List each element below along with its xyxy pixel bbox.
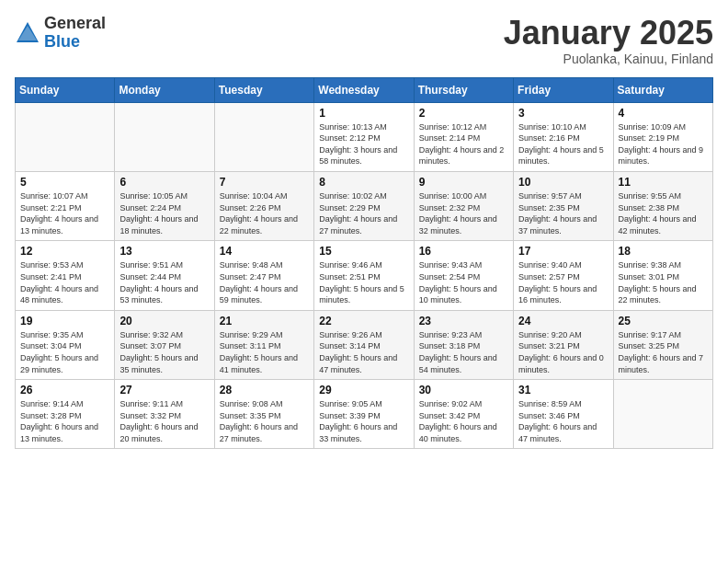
day-detail: Sunrise: 10:09 AM Sunset: 2:19 PM Daylig… [619, 121, 708, 167]
calendar-cell: 11Sunrise: 9:55 AM Sunset: 2:38 PM Dayli… [613, 171, 712, 240]
day-number: 26 [20, 384, 109, 396]
calendar-cell: 19Sunrise: 9:35 AM Sunset: 3:04 PM Dayli… [16, 310, 115, 379]
day-detail: Sunrise: 9:05 AM Sunset: 3:39 PM Dayligh… [319, 398, 408, 444]
calendar-cell: 22Sunrise: 9:26 AM Sunset: 3:14 PM Dayli… [314, 310, 414, 379]
day-number: 5 [20, 176, 109, 189]
day-detail: Sunrise: 9:48 AM Sunset: 2:47 PM Dayligh… [220, 259, 309, 305]
day-detail: Sunrise: 9:32 AM Sunset: 3:07 PM Dayligh… [119, 329, 209, 375]
day-detail: Sunrise: 10:00 AM Sunset: 2:32 PM Daylig… [419, 190, 508, 236]
logo-blue-text: Blue [44, 33, 106, 52]
calendar-cell: 2Sunrise: 10:12 AM Sunset: 2:14 PM Dayli… [414, 102, 513, 171]
day-number: 2 [419, 107, 508, 120]
day-detail: Sunrise: 9:20 AM Sunset: 3:21 PM Dayligh… [518, 329, 608, 375]
weekday-header-saturday: Saturday [613, 77, 712, 102]
weekday-header-wednesday: Wednesday [314, 77, 414, 102]
day-number: 10 [518, 176, 608, 189]
calendar-cell: 4Sunrise: 10:09 AM Sunset: 2:19 PM Dayli… [613, 102, 712, 171]
day-detail: Sunrise: 9:40 AM Sunset: 2:57 PM Dayligh… [518, 259, 608, 305]
calendar-cell: 14Sunrise: 9:48 AM Sunset: 2:47 PM Dayli… [214, 241, 313, 310]
day-detail: Sunrise: 9:23 AM Sunset: 3:18 PM Dayligh… [419, 329, 508, 375]
day-number: 8 [319, 176, 408, 189]
calendar-cell [16, 102, 115, 171]
day-number: 23 [419, 315, 508, 327]
day-detail: Sunrise: 9:08 AM Sunset: 3:35 PM Dayligh… [220, 398, 309, 444]
day-detail: Sunrise: 10:10 AM Sunset: 2:16 PM Daylig… [518, 121, 608, 167]
day-detail: Sunrise: 9:17 AM Sunset: 3:25 PM Dayligh… [619, 329, 708, 375]
day-number: 12 [20, 245, 109, 258]
day-number: 18 [619, 245, 708, 258]
day-number: 22 [319, 315, 408, 327]
calendar-cell: 16Sunrise: 9:43 AM Sunset: 2:54 PM Dayli… [414, 241, 513, 310]
day-detail: Sunrise: 8:59 AM Sunset: 3:46 PM Dayligh… [518, 398, 608, 444]
calendar-week-row: 12Sunrise: 9:53 AM Sunset: 2:41 PM Dayli… [16, 241, 713, 310]
logo-text: General Blue [44, 15, 106, 52]
day-number: 21 [220, 315, 309, 327]
calendar-cell: 23Sunrise: 9:23 AM Sunset: 3:18 PM Dayli… [414, 310, 513, 379]
day-detail: Sunrise: 10:12 AM Sunset: 2:14 PM Daylig… [419, 121, 508, 167]
day-number: 14 [220, 245, 309, 258]
calendar-cell: 25Sunrise: 9:17 AM Sunset: 3:25 PM Dayli… [613, 310, 712, 379]
day-number: 24 [518, 315, 608, 327]
calendar-cell: 13Sunrise: 9:51 AM Sunset: 2:44 PM Dayli… [115, 241, 214, 310]
day-number: 1 [319, 107, 408, 120]
day-detail: Sunrise: 9:46 AM Sunset: 2:51 PM Dayligh… [319, 259, 408, 305]
calendar-cell: 6Sunrise: 10:05 AM Sunset: 2:24 PM Dayli… [115, 171, 214, 240]
calendar-cell: 10Sunrise: 9:57 AM Sunset: 2:35 PM Dayli… [514, 171, 613, 240]
calendar-cell: 31Sunrise: 8:59 AM Sunset: 3:46 PM Dayli… [514, 380, 613, 449]
day-detail: Sunrise: 9:51 AM Sunset: 2:44 PM Dayligh… [119, 259, 209, 305]
day-detail: Sunrise: 9:38 AM Sunset: 3:01 PM Dayligh… [619, 259, 708, 305]
day-number: 3 [518, 107, 608, 120]
calendar-cell: 27Sunrise: 9:11 AM Sunset: 3:32 PM Dayli… [115, 380, 214, 449]
day-detail: Sunrise: 9:02 AM Sunset: 3:42 PM Dayligh… [419, 398, 508, 444]
weekday-header-tuesday: Tuesday [214, 77, 313, 102]
calendar-cell: 20Sunrise: 9:32 AM Sunset: 3:07 PM Dayli… [115, 310, 214, 379]
calendar-cell: 18Sunrise: 9:38 AM Sunset: 3:01 PM Dayli… [613, 241, 712, 310]
calendar-cell [613, 380, 712, 449]
calendar-cell: 3Sunrise: 10:10 AM Sunset: 2:16 PM Dayli… [514, 102, 613, 171]
day-number: 30 [419, 384, 508, 396]
day-detail: Sunrise: 10:07 AM Sunset: 2:21 PM Daylig… [20, 190, 109, 236]
weekday-header-monday: Monday [115, 77, 214, 102]
calendar-cell [115, 102, 214, 171]
calendar-cell: 5Sunrise: 10:07 AM Sunset: 2:21 PM Dayli… [16, 171, 115, 240]
day-detail: Sunrise: 10:04 AM Sunset: 2:26 PM Daylig… [220, 190, 309, 236]
calendar-cell: 26Sunrise: 9:14 AM Sunset: 3:28 PM Dayli… [16, 380, 115, 449]
day-number: 16 [419, 245, 508, 258]
day-detail: Sunrise: 9:14 AM Sunset: 3:28 PM Dayligh… [20, 398, 109, 444]
calendar-table: SundayMondayTuesdayWednesdayThursdayFrid… [15, 77, 713, 450]
day-number: 7 [220, 176, 309, 189]
day-number: 9 [419, 176, 508, 189]
calendar-cell: 1Sunrise: 10:13 AM Sunset: 2:12 PM Dayli… [314, 102, 414, 171]
day-number: 31 [518, 384, 608, 396]
day-number: 4 [619, 107, 708, 120]
calendar-cell: 8Sunrise: 10:02 AM Sunset: 2:29 PM Dayli… [314, 171, 414, 240]
day-number: 15 [319, 245, 408, 258]
day-detail: Sunrise: 10:13 AM Sunset: 2:12 PM Daylig… [319, 121, 408, 167]
day-number: 11 [619, 176, 708, 189]
day-detail: Sunrise: 9:11 AM Sunset: 3:32 PM Dayligh… [119, 398, 209, 444]
calendar-cell: 24Sunrise: 9:20 AM Sunset: 3:21 PM Dayli… [514, 310, 613, 379]
calendar-cell: 12Sunrise: 9:53 AM Sunset: 2:41 PM Dayli… [16, 241, 115, 310]
day-detail: Sunrise: 9:26 AM Sunset: 3:14 PM Dayligh… [319, 329, 408, 375]
calendar-cell: 28Sunrise: 9:08 AM Sunset: 3:35 PM Dayli… [214, 380, 313, 449]
calendar-week-row: 26Sunrise: 9:14 AM Sunset: 3:28 PM Dayli… [16, 380, 713, 449]
day-detail: Sunrise: 10:02 AM Sunset: 2:29 PM Daylig… [319, 190, 408, 236]
day-detail: Sunrise: 9:55 AM Sunset: 2:38 PM Dayligh… [619, 190, 708, 236]
logo: General Blue [15, 15, 106, 52]
calendar-cell: 7Sunrise: 10:04 AM Sunset: 2:26 PM Dayli… [214, 171, 313, 240]
day-detail: Sunrise: 9:29 AM Sunset: 3:11 PM Dayligh… [220, 329, 309, 375]
calendar-cell: 17Sunrise: 9:40 AM Sunset: 2:57 PM Dayli… [514, 241, 613, 310]
svg-marker-1 [18, 26, 37, 40]
day-number: 20 [119, 315, 209, 327]
page-header: General Blue January 2025 Puolanka, Kain… [15, 15, 713, 66]
day-number: 28 [220, 384, 309, 396]
calendar-cell: 29Sunrise: 9:05 AM Sunset: 3:39 PM Dayli… [314, 380, 414, 449]
day-detail: Sunrise: 10:05 AM Sunset: 2:24 PM Daylig… [119, 190, 209, 236]
day-number: 27 [119, 384, 209, 396]
logo-general-text: General [44, 15, 106, 33]
logo-icon [15, 20, 40, 46]
day-number: 13 [119, 245, 209, 258]
weekday-header-sunday: Sunday [16, 77, 115, 102]
day-detail: Sunrise: 9:53 AM Sunset: 2:41 PM Dayligh… [20, 259, 109, 305]
day-number: 6 [119, 176, 209, 189]
